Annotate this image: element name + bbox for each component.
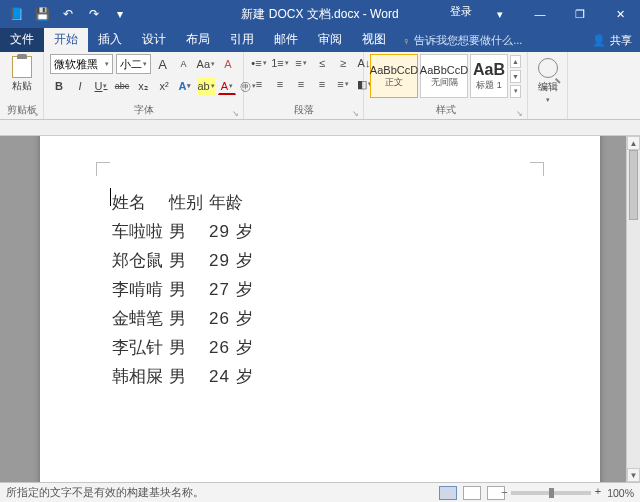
paste-button[interactable]: 粘贴	[5, 54, 39, 94]
subscript-button[interactable]: x₂	[134, 77, 152, 95]
ribbon: 粘贴 剪贴板 微软雅黑 小二 A A Aa A B I U abc x₂ x² …	[0, 52, 640, 120]
table-row: 韩相屎男24 岁	[112, 362, 260, 391]
bold-button[interactable]: B	[50, 77, 68, 95]
group-styles-label[interactable]: 样式	[370, 102, 521, 119]
horizontal-ruler[interactable]	[0, 120, 640, 136]
style-name: 无间隔	[431, 76, 458, 89]
strike-button[interactable]: abc	[113, 77, 131, 95]
document-workspace[interactable]: 姓名 性别 年龄 车啦啦男29 岁郑仓鼠男29 岁李啃啃男27 岁金蜡笔男26 …	[0, 136, 640, 482]
increase-indent-button[interactable]: ≥	[334, 54, 352, 72]
tab-file[interactable]: 文件	[0, 27, 44, 52]
style-preview: AaBbCcD	[370, 64, 418, 76]
zoom-slider[interactable]	[511, 491, 591, 495]
tab-mailings[interactable]: 邮件	[264, 27, 308, 52]
word-icon[interactable]: 📘	[4, 2, 28, 26]
redo-button[interactable]: ↷	[82, 2, 106, 26]
header-gender: 性别	[169, 188, 209, 217]
title-bar: 📘 💾 ↶ ↷ ▾ 新建 DOCX 文档.docx - Word 登录 ▾ — …	[0, 0, 640, 28]
share-label: 共享	[610, 33, 632, 48]
page[interactable]: 姓名 性别 年龄 车啦啦男29 岁郑仓鼠男29 岁李啃啃男27 岁金蜡笔男26 …	[40, 136, 600, 482]
group-clipboard-label[interactable]: 剪贴板	[7, 102, 37, 119]
shrink-font-button[interactable]: A	[175, 55, 193, 73]
highlight-button[interactable]: ab	[197, 77, 215, 95]
clear-formatting-button[interactable]: A	[219, 55, 237, 73]
quick-access-toolbar: 📘 💾 ↶ ↷ ▾	[0, 2, 136, 26]
margin-mark-tr	[530, 162, 544, 176]
italic-button[interactable]: I	[71, 77, 89, 95]
cell-gender: 男	[169, 362, 209, 391]
ribbon-display-options[interactable]: ▾	[480, 0, 520, 28]
scroll-up-button[interactable]: ▲	[627, 136, 640, 150]
share-icon: 👤	[592, 34, 606, 47]
document-content-table[interactable]: 姓名 性别 年龄 车啦啦男29 岁郑仓鼠男29 岁李啃啃男27 岁金蜡笔男26 …	[112, 188, 260, 391]
decrease-indent-button[interactable]: ≤	[313, 54, 331, 72]
close-button[interactable]: ✕	[600, 0, 640, 28]
font-size-combo[interactable]: 小二	[116, 54, 151, 74]
status-bar: 所指定的文字不是有效的构建基块名称。 100%	[0, 482, 640, 502]
font-color-button[interactable]: A	[218, 77, 236, 95]
margin-mark-tl	[96, 162, 110, 176]
group-font-label[interactable]: 字体	[50, 102, 237, 119]
share-button[interactable]: 👤 共享	[584, 29, 640, 52]
text-effects-button[interactable]: A	[176, 77, 194, 95]
cell-age: 27 岁	[209, 275, 260, 304]
group-paragraph: •≡ 1≡ ≡ ≤ ≥ A↓ ¶ ≡ ≡ ≡ ≡ ≡ ◧ ▦ 段落	[244, 52, 364, 119]
cell-gender: 男	[169, 304, 209, 333]
bullets-button[interactable]: •≡	[250, 54, 268, 72]
view-read-mode-button[interactable]	[463, 486, 481, 500]
tab-insert[interactable]: 插入	[88, 27, 132, 52]
scroll-down-button[interactable]: ▼	[627, 468, 640, 482]
tell-me-search[interactable]: ♀ 告诉我您想要做什么...	[402, 33, 522, 52]
align-right-button[interactable]: ≡	[292, 75, 310, 93]
restore-button[interactable]: ❐	[560, 0, 600, 28]
group-paragraph-label[interactable]: 段落	[250, 102, 357, 119]
font-name-combo[interactable]: 微软雅黑	[50, 54, 113, 74]
align-center-button[interactable]: ≡	[271, 75, 289, 93]
cell-age: 26 岁	[209, 333, 260, 362]
underline-button[interactable]: U	[92, 77, 110, 95]
zoom-level[interactable]: 100%	[607, 487, 634, 499]
save-button[interactable]: 💾	[30, 2, 54, 26]
table-row: 车啦啦男29 岁	[112, 217, 260, 246]
tab-home[interactable]: 开始	[44, 27, 88, 52]
cell-gender: 男	[169, 217, 209, 246]
tab-design[interactable]: 设计	[132, 27, 176, 52]
grow-font-button[interactable]: A	[154, 55, 172, 73]
cell-gender: 男	[169, 246, 209, 275]
cell-name: 金蜡笔	[112, 304, 169, 333]
find-icon[interactable]	[538, 58, 558, 78]
ribbon-tabs: 文件 开始 插入 设计 布局 引用 邮件 审阅 视图 ♀ 告诉我您想要做什么..…	[0, 28, 640, 52]
minimize-button[interactable]: —	[520, 0, 560, 28]
sign-in-link[interactable]: 登录	[442, 0, 480, 28]
superscript-button[interactable]: x²	[155, 77, 173, 95]
view-print-layout-button[interactable]	[439, 486, 457, 500]
justify-button[interactable]: ≡	[313, 75, 331, 93]
gallery-up-button[interactable]: ▲	[510, 55, 521, 68]
style-no-spacing[interactable]: AaBbCcD 无间隔	[420, 54, 468, 98]
document-title: 新建 DOCX 文档.docx - Word	[241, 6, 398, 23]
line-spacing-button[interactable]: ≡	[334, 75, 352, 93]
undo-button[interactable]: ↶	[56, 2, 80, 26]
numbering-button[interactable]: 1≡	[271, 54, 289, 72]
tab-layout[interactable]: 布局	[176, 27, 220, 52]
align-left-button[interactable]: ≡	[250, 75, 268, 93]
style-normal[interactable]: AaBbCcD 正文	[370, 54, 418, 98]
gallery-more-button[interactable]: ▾	[510, 85, 521, 98]
qat-more-button[interactable]: ▾	[108, 2, 132, 26]
change-case-button[interactable]: Aa	[196, 55, 216, 73]
tab-review[interactable]: 审阅	[308, 27, 352, 52]
style-preview: AaB	[473, 61, 505, 79]
style-heading-1[interactable]: AaB 标题 1	[470, 54, 508, 98]
multilevel-button[interactable]: ≡	[292, 54, 310, 72]
cell-name: 郑仓鼠	[112, 246, 169, 275]
tab-references[interactable]: 引用	[220, 27, 264, 52]
cell-name: 车啦啦	[112, 217, 169, 246]
scroll-thumb[interactable]	[629, 150, 638, 220]
group-editing: 编辑 ▾	[528, 52, 568, 119]
header-name: 姓名	[112, 188, 169, 217]
tab-view[interactable]: 视图	[352, 27, 396, 52]
table-row: 金蜡笔男26 岁	[112, 304, 260, 333]
vertical-scrollbar[interactable]: ▲ ▼	[626, 136, 640, 482]
zoom-thumb[interactable]	[549, 488, 554, 498]
gallery-down-button[interactable]: ▼	[510, 70, 521, 83]
